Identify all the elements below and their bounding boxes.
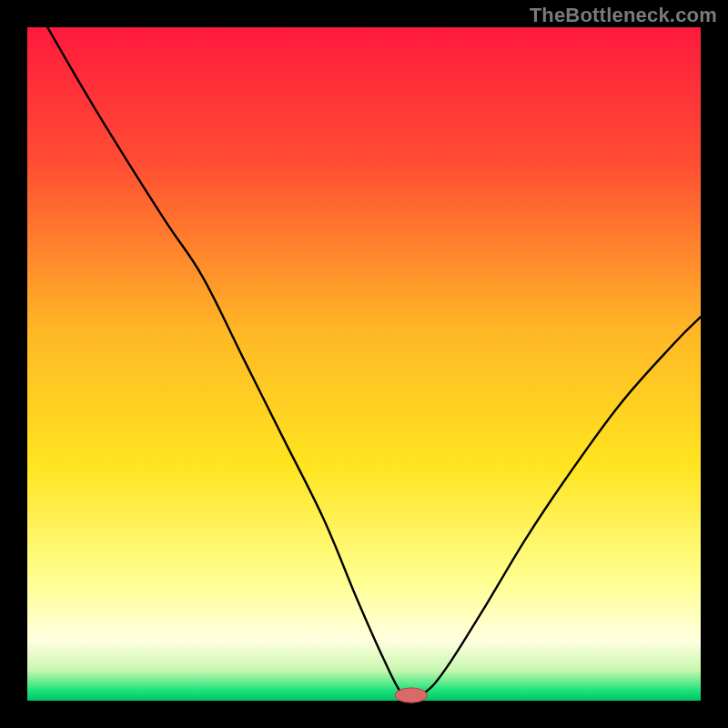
watermark-text: TheBottleneck.com — [530, 4, 717, 27]
optimal-point-marker — [395, 688, 428, 703]
chart-plot-area — [27, 27, 701, 701]
bottleneck-chart — [0, 0, 728, 728]
chart-frame: TheBottleneck.com — [0, 0, 728, 728]
